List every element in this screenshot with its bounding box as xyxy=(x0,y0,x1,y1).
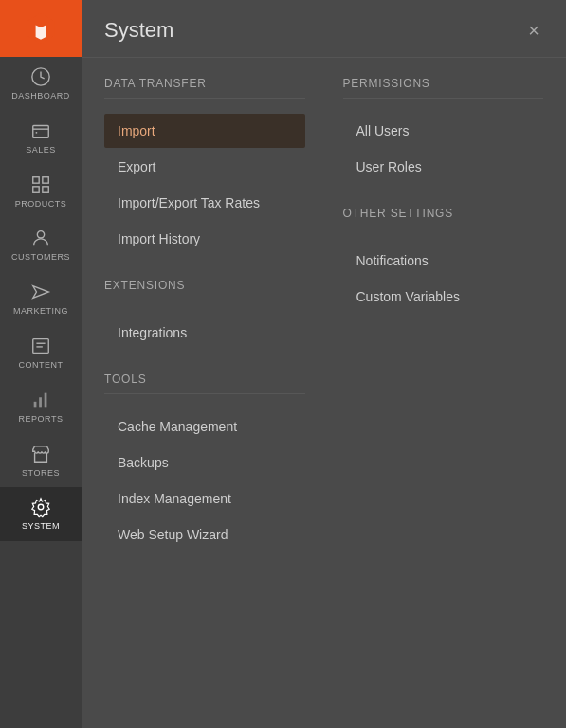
magento-logo-icon xyxy=(24,11,58,46)
sidebar-item-products-label: PRODUCTS xyxy=(15,199,67,209)
sidebar-item-sales[interactable]: SALES xyxy=(0,111,82,165)
tools-section-title: Tools xyxy=(104,373,305,386)
sidebar-item-customers-label: CUSTOMERS xyxy=(11,252,70,263)
svg-rect-16 xyxy=(45,392,47,407)
sidebar-item-stores[interactable]: STORES xyxy=(0,434,82,488)
svg-rect-14 xyxy=(34,402,37,408)
sidebar-item-reports-label: REPORTS xyxy=(19,414,64,425)
products-icon xyxy=(30,174,51,195)
dashboard-icon xyxy=(30,66,51,87)
extensions-divider xyxy=(104,300,305,300)
menu-item-all-users[interactable]: All Users xyxy=(343,114,544,148)
content-icon xyxy=(30,336,51,356)
menu-item-cache-management[interactable]: Cache Management xyxy=(104,410,305,444)
system-panel-container: System × Data Transfer Import Export Imp… xyxy=(82,0,566,728)
left-column: Data Transfer Import Export Import/Expor… xyxy=(104,77,305,554)
sidebar-item-sales-label: SALES xyxy=(26,145,56,155)
reports-icon xyxy=(30,390,51,410)
sidebar-item-marketing[interactable]: MARKETING xyxy=(0,272,82,326)
svg-marker-10 xyxy=(33,286,49,299)
svg-rect-3 xyxy=(33,125,49,137)
sidebar-item-dashboard-label: DASHBOARD xyxy=(11,91,70,101)
other-settings-divider xyxy=(343,228,544,228)
svg-point-17 xyxy=(38,505,44,511)
menu-item-custom-variables[interactable]: Custom Variables xyxy=(343,280,544,314)
close-button[interactable]: × xyxy=(524,17,543,44)
menu-item-integrations[interactable]: Integrations xyxy=(104,316,305,350)
tools-divider xyxy=(104,393,305,394)
svg-rect-7 xyxy=(33,186,39,191)
sidebar-item-products[interactable]: PRODUCTS xyxy=(0,165,82,219)
sidebar-item-marketing-label: MARKETING xyxy=(13,306,68,317)
sidebar-item-content-label: CONTENT xyxy=(19,360,64,371)
menu-item-web-setup-wizard[interactable]: Web Setup Wizard xyxy=(104,518,305,552)
marketing-icon xyxy=(30,282,51,302)
customers-icon xyxy=(30,228,51,248)
sidebar-item-system[interactable]: SYSTEM xyxy=(0,487,82,541)
menu-item-import-history[interactable]: Import History xyxy=(104,222,305,256)
sidebar-item-dashboard[interactable]: DASHBOARD xyxy=(0,57,82,111)
panel-title: System xyxy=(104,18,173,43)
sidebar: DASHBOARD SALES PRODUCTS CUSTOMERS MARKE… xyxy=(0,0,82,728)
data-transfer-section-title: Data Transfer xyxy=(104,77,305,90)
svg-rect-11 xyxy=(33,339,49,354)
sidebar-item-system-label: SYSTEM xyxy=(22,521,60,532)
permissions-divider xyxy=(343,98,544,99)
system-panel: System × Data Transfer Import Export Imp… xyxy=(82,0,566,728)
sidebar-item-content[interactable]: CONTENT xyxy=(0,326,82,380)
menu-item-index-management[interactable]: Index Management xyxy=(104,482,305,516)
menu-item-import[interactable]: Import xyxy=(104,114,305,148)
menu-item-notifications[interactable]: Notifications xyxy=(343,244,544,278)
panel-body: Data Transfer Import Export Import/Expor… xyxy=(82,58,566,573)
panel-header: System × xyxy=(82,0,566,58)
menu-item-import-export-tax[interactable]: Import/Export Tax Rates xyxy=(104,186,305,220)
system-icon xyxy=(30,497,51,518)
svg-rect-15 xyxy=(39,397,42,407)
sidebar-item-reports[interactable]: REPORTS xyxy=(0,380,82,434)
sidebar-item-customers[interactable]: CUSTOMERS xyxy=(0,218,82,272)
data-transfer-divider xyxy=(104,98,305,99)
sidebar-item-stores-label: STORES xyxy=(22,468,60,479)
sales-icon xyxy=(30,120,51,141)
menu-item-export[interactable]: Export xyxy=(104,150,305,184)
svg-rect-8 xyxy=(43,186,48,191)
permissions-section-title: Permissions xyxy=(343,77,544,90)
other-settings-section-title: Other Settings xyxy=(343,207,544,220)
svg-point-9 xyxy=(37,231,44,238)
menu-item-backups[interactable]: Backups xyxy=(104,446,305,480)
svg-rect-5 xyxy=(33,176,39,182)
stores-icon xyxy=(30,444,51,464)
svg-rect-6 xyxy=(43,176,48,182)
right-column: Permissions All Users User Roles Other S… xyxy=(343,77,544,554)
menu-item-user-roles[interactable]: User Roles xyxy=(343,150,544,184)
extensions-section-title: Extensions xyxy=(104,279,305,292)
svg-point-4 xyxy=(36,132,38,134)
sidebar-logo xyxy=(0,0,82,57)
